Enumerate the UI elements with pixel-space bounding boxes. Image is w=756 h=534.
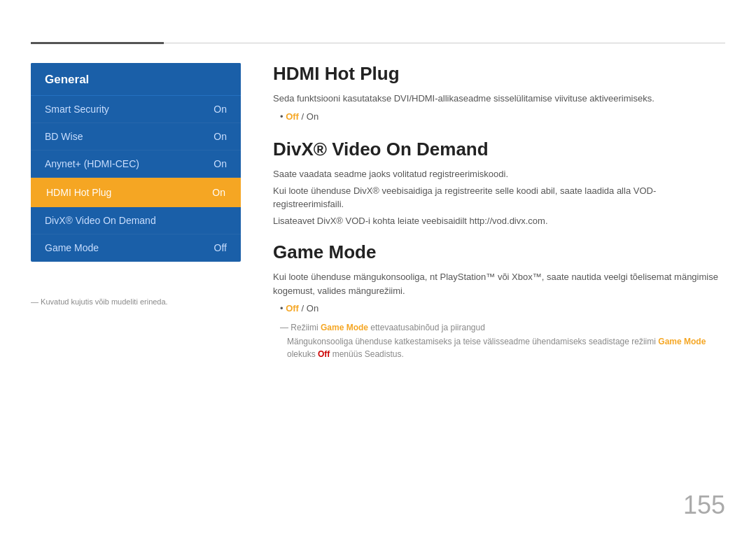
sidebar-item-label: DivX® Video On Demand (45, 215, 156, 226)
sidebar-title: General (31, 63, 241, 96)
hdmi-title: HDMI Hot Plug (273, 63, 725, 85)
gamemode-note1-suffix: ettevaatusabinõud ja piirangud (368, 323, 485, 332)
sidebar-item-value: On (214, 131, 227, 142)
top-line-accent (31, 42, 164, 44)
sidebar-item-smart-security[interactable]: Smart Security On (31, 96, 241, 123)
divx-title: DivX® Video On Demand (273, 139, 725, 160)
sidebar-item-label: Game Mode (45, 242, 99, 253)
sidebar-item-label: HDMI Hot Plug (46, 187, 111, 198)
sidebar-item-value: On (214, 104, 227, 115)
sidebar-item-value: Off (214, 242, 227, 253)
page-number: 155 (683, 491, 725, 520)
sidebar-item-divx[interactable]: DivX® Video On Demand (31, 207, 241, 234)
gamemode-on: On (307, 303, 318, 314)
hdmi-bullets: Off / On (273, 110, 725, 124)
sidebar-item-label: Smart Security (45, 104, 109, 115)
divx-desc2: Kui loote ühenduse DivX® veebisaidiga ja… (273, 184, 725, 211)
sidebar: General Smart Security On BD Wise On Any… (31, 63, 241, 262)
gamemode-sep: / (299, 303, 307, 314)
sidebar-item-label: BD Wise (45, 131, 83, 142)
section-divx: DivX® Video On Demand Saate vaadata sead… (273, 139, 725, 227)
sidebar-item-anynet[interactable]: Anynet+ (HDMI-CEC) On (31, 150, 241, 178)
hdmi-on: On (307, 111, 318, 122)
top-lines (31, 42, 725, 44)
sidebar-item-game-mode[interactable]: Game Mode Off (31, 234, 241, 262)
hdmi-desc: Seda funktsiooni kasutatakse DVI/HDMI-al… (273, 92, 725, 106)
sidebar-item-hdmi-hot-plug[interactable]: HDMI Hot Plug On (31, 178, 241, 207)
divx-desc1: Saate vaadata seadme jaoks volitatud reg… (273, 167, 725, 181)
hdmi-bullet-item: Off / On (280, 110, 725, 124)
gamemode-note1-bold: Game Mode (321, 323, 368, 332)
gamemode-bullets: Off / On (273, 302, 725, 316)
gamemode-title: Game Mode (273, 241, 725, 263)
gamemode-bullet-item: Off / On (280, 302, 725, 316)
hdmi-sep: / (299, 111, 307, 122)
hdmi-off: Off (286, 111, 299, 122)
top-line-light (164, 43, 725, 43)
section-gamemode: Game Mode Kui loote ühenduse mängukonsoo… (273, 241, 725, 360)
gamemode-note2-bold: Game Mode (658, 337, 706, 346)
gamemode-note2-value: Off (318, 349, 330, 359)
divx-desc3: Lisateavet DivX® VOD-i kohta leiate veeb… (273, 214, 725, 228)
gamemode-desc: Kui loote ühenduse mängukonsooliga, nt P… (273, 270, 725, 297)
gamemode-note1-prefix: Režiimi (290, 323, 321, 332)
gamemode-note2: Mängukonsooliga ühenduse katkestamiseks … (273, 335, 725, 360)
gamemode-note2-prefix: Mängukonsooliga ühenduse katkestamiseks … (287, 337, 658, 346)
sidebar-item-bd-wise[interactable]: BD Wise On (31, 123, 241, 150)
sidebar-item-label: Anynet+ (HDMI-CEC) (45, 158, 139, 169)
sidebar-item-value: On (214, 158, 227, 169)
gamemode-off: Off (286, 303, 299, 314)
main-content: HDMI Hot Plug Seda funktsiooni kasutatak… (273, 63, 725, 503)
gamemode-note1: Režiimi Game Mode ettevaatusabinõud ja p… (273, 321, 725, 334)
section-hdmi: HDMI Hot Plug Seda funktsiooni kasutatak… (273, 63, 725, 123)
gamemode-note2-middle: olekuks (287, 349, 318, 359)
sidebar-note: Kuvatud kujutis võib mudeliti erineda. (31, 297, 168, 306)
sidebar-item-value: On (212, 187, 225, 198)
gamemode-note2-suffix: menüüs Seadistus. (330, 349, 403, 359)
